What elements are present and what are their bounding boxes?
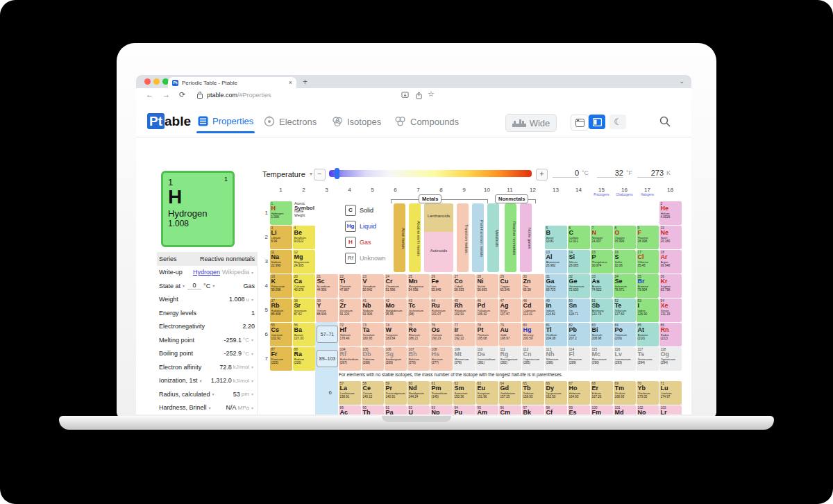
placeholder-89–103[interactable]: 89–103 bbox=[317, 350, 338, 367]
element-Bi[interactable]: 83BiBismuth208.98 bbox=[591, 323, 613, 346]
tab-properties[interactable]: Properties bbox=[198, 116, 253, 126]
element-Pa[interactable]: 91PaProtactinium bbox=[385, 405, 407, 415]
element-K[interactable]: 19KPotassium39.098 bbox=[270, 274, 292, 298]
element-Pr[interactable]: 59PrPraseodymium140.91 bbox=[385, 381, 407, 405]
f-block-legend-box[interactable]: Lanthanoids Actinoids bbox=[424, 203, 453, 272]
element-Bk[interactable]: 97BkBerkelium bbox=[522, 405, 544, 415]
reload-button[interactable]: ⟳ bbox=[179, 90, 185, 99]
element-Ta[interactable]: 73TaTantalum180.95 bbox=[362, 323, 384, 346]
temperature-minus-button[interactable]: − bbox=[314, 169, 326, 180]
element-Rg[interactable]: 111RgRoentgenium(282) bbox=[499, 347, 521, 371]
element-Sm[interactable]: 62SmSamarium150.36 bbox=[453, 381, 476, 405]
writeup-link[interactable]: Hydrogen bbox=[193, 269, 220, 276]
layout-compact-button[interactable] bbox=[571, 115, 589, 131]
element-V[interactable]: 23VVanadium50.942 bbox=[362, 274, 384, 298]
legend-post-transition-metals[interactable]: Post-transition metals bbox=[472, 203, 484, 272]
legend-alkaline-earth-metals[interactable]: Alkaline earth metals bbox=[409, 203, 421, 272]
element-Gd[interactable]: 64GdGadolinium157.25 bbox=[499, 381, 521, 405]
element-Mg[interactable]: 12MgMagnesium24.305 bbox=[293, 250, 315, 274]
element-Ni[interactable]: 28NiNickel58.693 bbox=[476, 274, 498, 298]
window-close-button[interactable] bbox=[144, 78, 151, 85]
element-Md[interactable]: 101MdMendelevium bbox=[614, 405, 636, 415]
element-S[interactable]: 16SSulfur32.06 bbox=[614, 250, 636, 274]
value-caret-icon[interactable]: ▾ bbox=[251, 392, 253, 396]
tab-compounds[interactable]: Compounds bbox=[394, 116, 459, 127]
value-caret-icon[interactable]: ▾ bbox=[251, 364, 253, 369]
element-Hs[interactable]: 108HsHassium(277) bbox=[430, 347, 453, 371]
label-caret-icon[interactable]: ▾ bbox=[209, 405, 211, 410]
element-Hg[interactable]: 80HgMercury200.59 bbox=[522, 323, 544, 346]
element-Rf[interactable]: 104RfRutherfordium(267) bbox=[339, 347, 361, 371]
element-P[interactable]: 15PPhosphorus30.974 bbox=[591, 250, 613, 274]
celsius-input[interactable]: 0 bbox=[553, 169, 579, 178]
element-Sg[interactable]: 106SgSeaborgium(269) bbox=[385, 347, 407, 371]
temperature-label[interactable]: Temperature bbox=[262, 170, 305, 178]
element-Ba[interactable]: 56BaBarium137.33 bbox=[293, 323, 315, 346]
new-tab-button[interactable]: + bbox=[303, 77, 308, 87]
property-row-hardness-brinell[interactable]: Hardness, Brinell▾N/AMPa▾ bbox=[157, 401, 257, 415]
element-Ti[interactable]: 22TiTitanium47.867 bbox=[339, 274, 361, 298]
element-Os[interactable]: 76OsOsmium190.23 bbox=[430, 323, 453, 346]
placeholder-57–71[interactable]: 57–71 bbox=[317, 326, 338, 343]
element-Au[interactable]: 79AuGold196.97 bbox=[499, 323, 521, 346]
element-Zr[interactable]: 40ZrZirconium91.224 bbox=[339, 299, 361, 322]
element-Ac[interactable]: 89AcActinium bbox=[339, 405, 361, 415]
element-Cf[interactable]: 98CfCalifornium bbox=[545, 405, 567, 415]
element-Co[interactable]: 27CoCobalt58.933 bbox=[453, 274, 476, 298]
element-Rn[interactable]: 86RnRadon(222) bbox=[659, 323, 682, 346]
element-Hf[interactable]: 72HfHafnium178.49 bbox=[339, 323, 361, 346]
value-caret-icon[interactable]: ▾ bbox=[251, 405, 253, 410]
element-He[interactable]: 2HeHelium4.0026 bbox=[659, 201, 682, 225]
element-Er[interactable]: 68ErErbium167.26 bbox=[591, 381, 613, 405]
legend-reactive-nonmetals[interactable]: Reactive nonmetals bbox=[505, 203, 516, 272]
element-Tb[interactable]: 65TbTerbium158.93 bbox=[522, 381, 544, 405]
element-C[interactable]: 6CCarbon12.011 bbox=[568, 226, 590, 249]
element-Lu[interactable]: 71LuLutetium174.97 bbox=[659, 381, 682, 405]
element-Li[interactable]: 3LiLithium6.94 bbox=[270, 226, 292, 249]
element-Br[interactable]: 35BrBromine79.904 bbox=[637, 274, 659, 298]
element-Kr[interactable]: 36KrKrypton83.798 bbox=[659, 274, 682, 298]
element-Te[interactable]: 52TeTellurium127.60 bbox=[614, 299, 636, 322]
element-Ir[interactable]: 77IrIridium192.22 bbox=[453, 323, 476, 346]
fahrenheit-input[interactable]: 32 bbox=[597, 169, 623, 178]
property-row-weight[interactable]: Weight1.008u▾ bbox=[157, 293, 257, 307]
label-caret-icon[interactable]: ▾ bbox=[183, 283, 185, 288]
element-No[interactable]: 102NoNobelium bbox=[637, 405, 659, 415]
legend-noble-gases[interactable]: Noble gases bbox=[520, 203, 532, 272]
share-icon[interactable] bbox=[415, 92, 423, 99]
window-minimize-button[interactable] bbox=[153, 78, 160, 85]
phase-legend-unknown[interactable]: RfUnknown bbox=[345, 253, 386, 264]
kelvin-input[interactable]: 273 bbox=[637, 169, 664, 178]
element-Nd[interactable]: 60NdNeodymium144.24 bbox=[407, 381, 430, 405]
element-Zn[interactable]: 30ZnZinc65.38 bbox=[522, 274, 544, 298]
tab-strip-chevron-icon[interactable]: ⌄ bbox=[679, 78, 684, 85]
element-Ts[interactable]: 117TsTennessine(294) bbox=[637, 347, 659, 371]
element-Cn[interactable]: 112CnCopernicium(285) bbox=[522, 347, 544, 371]
property-row-state-at[interactable]: State at▾0°C▾Gas bbox=[157, 279, 257, 293]
temperature-slider-thumb[interactable] bbox=[335, 168, 339, 179]
phase-legend-solid[interactable]: CSolid bbox=[345, 205, 373, 216]
element-Mc[interactable]: 115McMoscovium(290) bbox=[591, 347, 613, 371]
property-row-series[interactable]: SeriesReactive nonmetals bbox=[157, 252, 257, 266]
label-caret-icon[interactable]: ▾ bbox=[200, 378, 202, 383]
element-Nh[interactable]: 113NhNihonium(286) bbox=[545, 347, 567, 371]
element-Re[interactable]: 75ReRhenium186.21 bbox=[407, 323, 430, 346]
element-Db[interactable]: 105DbDubnium(268) bbox=[362, 347, 384, 371]
search-icon[interactable] bbox=[659, 116, 671, 127]
element-Ne[interactable]: 10NeNeon20.180 bbox=[659, 226, 682, 249]
element-Pt[interactable]: 78PtPlatinum195.08 bbox=[476, 323, 498, 346]
value-caret-icon[interactable]: ▾ bbox=[251, 297, 253, 302]
install-icon[interactable] bbox=[401, 92, 409, 99]
property-row-boiling-point[interactable]: Boiling point-252.9°C▾ bbox=[157, 347, 257, 361]
element-Po[interactable]: 84PoPolonium(209) bbox=[614, 323, 636, 346]
element-Mt[interactable]: 109MtMeitnerium(278) bbox=[453, 347, 476, 371]
element-In[interactable]: 49InIndium114.82 bbox=[545, 299, 567, 322]
element-Rh[interactable]: 45RhRhodium102.91 bbox=[453, 299, 476, 322]
element-Sn[interactable]: 50SnTin118.71 bbox=[568, 299, 590, 322]
element-Ca[interactable]: 20CaCalcium40.078 bbox=[293, 274, 315, 298]
element-Si[interactable]: 14SiSilicon28.085 bbox=[568, 250, 590, 274]
element-Mo[interactable]: 42MoMolybdenum95.95 bbox=[385, 299, 407, 322]
back-button[interactable]: ← bbox=[146, 90, 153, 99]
element-Pb[interactable]: 82PbLead207.2 bbox=[568, 323, 590, 346]
label-caret-icon[interactable]: ▾ bbox=[212, 283, 214, 288]
